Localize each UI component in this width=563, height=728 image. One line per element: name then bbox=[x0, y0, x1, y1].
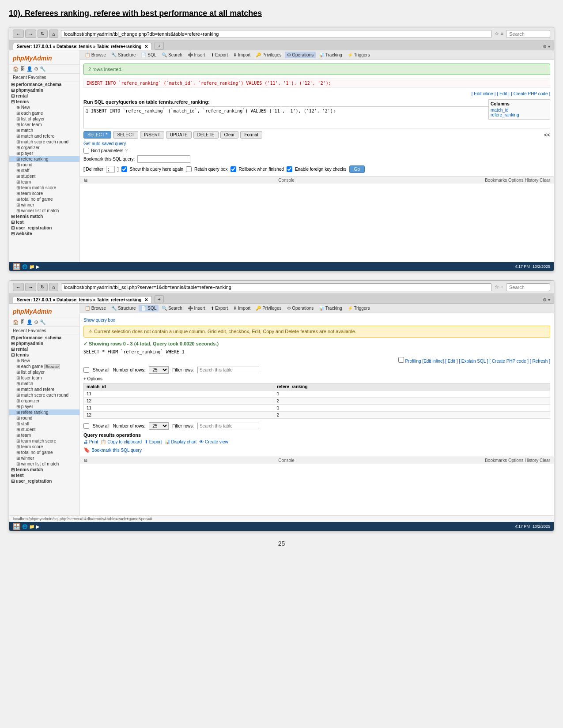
clear-btn-1[interactable]: Clear bbox=[220, 131, 239, 139]
select-star-btn-1[interactable]: SELECT * bbox=[83, 131, 111, 139]
address-bar-1[interactable] bbox=[61, 30, 492, 38]
active-tab-1[interactable]: Server: 127.0.0.1 » Database: tennis » T… bbox=[13, 43, 152, 50]
sidebar-table-player[interactable]: ⊞ player bbox=[9, 150, 79, 156]
print-link-2[interactable]: 🖨 Print bbox=[83, 439, 98, 444]
start-icon-1[interactable]: 🪟 bbox=[13, 263, 20, 270]
sidebar-db-rental[interactable]: ⊞ rental bbox=[9, 93, 79, 99]
nav-search-1[interactable]: 🔍 Search bbox=[159, 52, 184, 58]
show-query-link-2[interactable]: Show query box bbox=[83, 318, 115, 323]
show-query-checkbox-1[interactable] bbox=[121, 166, 127, 172]
sidebar-table-new[interactable]: ⊕ New bbox=[9, 105, 79, 110]
sidebar-table-winner-list-2[interactable]: ⊞ winner list of match bbox=[9, 461, 79, 467]
edit-link-2[interactable]: [ Edit ] bbox=[445, 359, 457, 364]
sidebar-table-each-game-2[interactable]: ⊞ each game Browse bbox=[9, 364, 79, 369]
taskbar-app-23[interactable]: ▶ bbox=[36, 524, 40, 529]
taskbar-app-1[interactable]: 🌐 bbox=[22, 264, 27, 269]
sidebar-table-match[interactable]: ⊞ match bbox=[9, 128, 79, 133]
sidebar-table-organizer-2[interactable]: ⊞ organizer bbox=[9, 398, 79, 404]
column-match-id-1[interactable]: match_id bbox=[491, 108, 548, 113]
back-button-2[interactable]: ← bbox=[13, 283, 24, 291]
sidebar-db-rental-2[interactable]: ⊞ rental bbox=[9, 346, 79, 352]
sidebar-table-winner[interactable]: ⊞ winner bbox=[9, 202, 79, 208]
nav-insert-1[interactable]: ➕ Insert bbox=[185, 52, 208, 58]
sql-editor-1[interactable]: 1 INSERT INTO `refere_ranking` (`match_i… bbox=[83, 106, 550, 128]
sidebar-db-tennis-match[interactable]: ⊞ tennis match bbox=[9, 214, 79, 219]
delimiter-input-1[interactable] bbox=[106, 166, 115, 173]
nav-triggers-1[interactable]: ⚡ Triggers bbox=[345, 52, 372, 58]
sidebar-table-refere-ranking-2[interactable]: ⊞ refere ranking bbox=[9, 409, 79, 415]
insert-btn-1[interactable]: INSERT bbox=[140, 131, 164, 139]
sidebar-table-staff[interactable]: ⊞ staff bbox=[9, 168, 79, 173]
get-auto-saved-1[interactable]: Get auto-saved query bbox=[83, 141, 550, 146]
active-tab-2[interactable]: Server: 127.0.0.1 » Database: tennis » T… bbox=[13, 296, 152, 303]
nav-import-1[interactable]: ⬇ Import bbox=[231, 52, 253, 58]
nav-operations-1[interactable]: ⚙ Operations bbox=[285, 52, 316, 58]
address-bar-2[interactable] bbox=[61, 283, 492, 291]
sidebar-table-winner-2[interactable]: ⊞ winner bbox=[9, 455, 79, 461]
user-icon-1[interactable]: 👤 bbox=[26, 66, 33, 71]
explain-sql-link-2[interactable]: [ Explain SQL ] bbox=[459, 359, 488, 364]
new-tab-button-1[interactable]: + bbox=[155, 42, 163, 50]
home-button-2[interactable]: ⌂ bbox=[49, 283, 58, 291]
retain-query-checkbox-1[interactable] bbox=[186, 166, 192, 172]
sidebar-table-student-2[interactable]: ⊞ student bbox=[9, 427, 79, 432]
sidebar-table-round[interactable]: ⊞ round bbox=[9, 162, 79, 168]
sidebar-db-test[interactable]: ⊞ test bbox=[9, 219, 79, 225]
nav-structure-2[interactable]: 🔧 Structure bbox=[109, 305, 138, 311]
nav-export-2[interactable]: ⬆ Export bbox=[208, 305, 230, 311]
browser-search-1[interactable] bbox=[506, 30, 550, 38]
refresh-button-2[interactable]: ↻ bbox=[38, 283, 48, 291]
close-icon-2[interactable]: ✕ bbox=[144, 297, 148, 302]
user-icon-2[interactable]: 👤 bbox=[26, 319, 33, 325]
taskbar-app-2[interactable]: 📁 bbox=[29, 264, 34, 269]
forward-button-1[interactable]: → bbox=[25, 30, 36, 38]
sidebar-table-team-match-score[interactable]: ⊞ team match score bbox=[9, 185, 79, 191]
edit-link-1[interactable]: [ Edit ] bbox=[497, 91, 510, 96]
forward-button-2[interactable]: → bbox=[25, 283, 36, 291]
sidebar-db-website[interactable]: ⊞ website bbox=[9, 231, 79, 236]
sidebar-table-team-2[interactable]: ⊞ team bbox=[9, 432, 79, 438]
profiling-checkbox-2[interactable] bbox=[398, 357, 404, 363]
format-btn-1[interactable]: Format bbox=[240, 131, 262, 139]
update-btn-1[interactable]: UPDATE bbox=[166, 131, 192, 139]
delete-btn-1[interactable]: DELETE bbox=[193, 131, 219, 139]
sidebar-table-list-player[interactable]: ⊞ list of player bbox=[9, 116, 79, 122]
sidebar-table-match-score-2[interactable]: ⊞ match score each round bbox=[9, 392, 79, 398]
browser-search-2[interactable] bbox=[506, 283, 550, 291]
column-refere-ranking-1[interactable]: refere_ranking bbox=[491, 113, 548, 117]
nav-insert-2[interactable]: ➕ Insert bbox=[185, 305, 208, 311]
sidebar-table-total-game[interactable]: ⊞ total no of game bbox=[9, 196, 79, 202]
sidebar-table-refere-ranking[interactable]: ⊞ refere ranking bbox=[9, 156, 79, 162]
sidebar-table-team[interactable]: ⊞ team bbox=[9, 179, 79, 185]
sidebar-db-tennis-2[interactable]: ⊟ tennis bbox=[9, 352, 79, 358]
create-php-link-1[interactable]: [ Create PHP code ] bbox=[511, 91, 550, 96]
taskbar-app-22[interactable]: 📁 bbox=[29, 524, 34, 529]
sidebar-table-team-score[interactable]: ⊞ team score bbox=[9, 191, 79, 196]
home-button-1[interactable]: ⌂ bbox=[49, 30, 58, 38]
create-view-link-2[interactable]: 👁 Create view bbox=[199, 439, 228, 444]
refresh-link-2[interactable]: [ Refresh ] bbox=[530, 359, 550, 364]
filter-input-bottom-2[interactable] bbox=[197, 423, 259, 429]
sidebar-table-match-refere-2[interactable]: ⊞ match and refere bbox=[9, 387, 79, 392]
bind-params-checkbox-1[interactable] bbox=[83, 148, 89, 154]
db-icon-1[interactable]: 🗄 bbox=[20, 66, 25, 71]
select-btn-1[interactable]: SELECT bbox=[113, 131, 138, 139]
nav-browse-2[interactable]: 📋 Browse bbox=[83, 305, 108, 311]
show-all-checkbox-top-2[interactable] bbox=[83, 367, 89, 373]
sidebar-table-student[interactable]: ⊞ student bbox=[9, 173, 79, 179]
sidebar-db-tennis-match-2[interactable]: ⊞ tennis match bbox=[9, 467, 79, 473]
edit-inline-link-2[interactable]: [Edit inline] bbox=[422, 359, 444, 364]
sidebar-db-user-registration[interactable]: ⊞ user_registration bbox=[9, 225, 79, 231]
options-toggle-2[interactable]: + Options bbox=[83, 376, 550, 381]
nav-export-1[interactable]: ⬆ Export bbox=[208, 52, 230, 58]
sidebar-table-team-match-score-2[interactable]: ⊞ team match score bbox=[9, 438, 79, 444]
sidebar-table-match-refere[interactable]: ⊞ match and refere bbox=[9, 133, 79, 139]
show-all-checkbox-bottom-2[interactable] bbox=[83, 423, 89, 429]
taskbar-app-21[interactable]: 🌐 bbox=[22, 524, 27, 529]
sidebar-table-loser-team[interactable]: ⊞ loser team bbox=[9, 122, 79, 128]
nav-privileges-2[interactable]: 🔑 Privileges bbox=[253, 305, 283, 311]
sidebar-db-tennis[interactable]: ⊟ tennis bbox=[9, 99, 79, 105]
sidebar-table-each-game[interactable]: ⊞ each game bbox=[9, 110, 79, 116]
sidebar-table-new-2[interactable]: ⊕ New bbox=[9, 358, 79, 364]
sidebar-table-total-game-2[interactable]: ⊞ total no of game bbox=[9, 450, 79, 455]
